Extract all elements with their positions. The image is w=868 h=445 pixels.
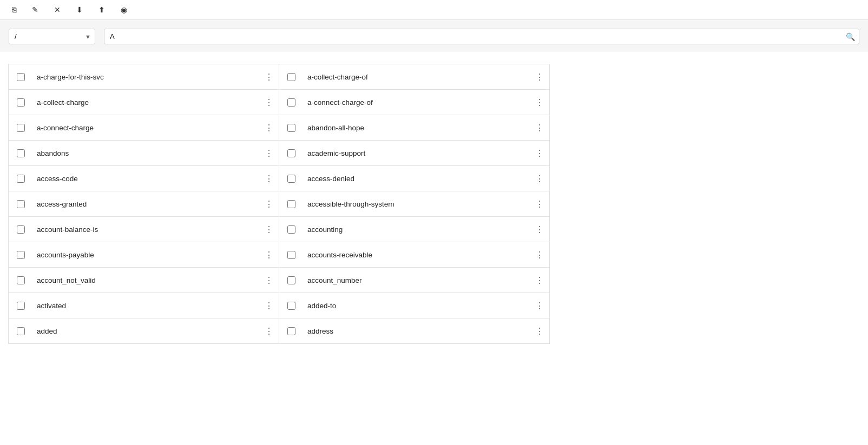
item-checkbox-wrapper [9, 73, 32, 81]
item-label: accessible-through-system [303, 200, 530, 208]
item-checkbox-wrapper [9, 200, 32, 208]
item-label: academic-support [303, 149, 530, 157]
item-checkbox[interactable] [287, 98, 295, 107]
list-item: abandon-all-hope ⋮ [279, 115, 550, 141]
search-wrapper: 🔍 [104, 29, 859, 44]
item-label: accounts-payable [32, 251, 259, 259]
item-checkbox[interactable] [17, 327, 25, 335]
listen-button[interactable]: ◉ [115, 3, 135, 16]
download-button[interactable]: ⬇ [71, 3, 91, 16]
item-checkbox[interactable] [287, 327, 295, 335]
list-item: a-connect-charge ⋮ [8, 115, 279, 141]
item-label: a-collect-charge [32, 98, 259, 107]
item-label: address [303, 327, 530, 335]
item-label: activated [32, 302, 259, 310]
item-checkbox[interactable] [17, 200, 25, 208]
item-label: abandons [32, 149, 259, 157]
item-menu-button[interactable]: ⋮ [530, 268, 549, 293]
item-label: accounts-receivable [303, 251, 530, 259]
delete-button[interactable]: ✕ [49, 3, 69, 16]
item-checkbox[interactable] [17, 149, 25, 157]
list-item: activated ⋮ [8, 293, 279, 318]
item-menu-button[interactable]: ⋮ [259, 115, 279, 140]
item-label: accounting [303, 225, 530, 234]
list-item: account_number ⋮ [279, 267, 550, 293]
item-label: a-collect-charge-of [303, 73, 530, 81]
item-checkbox[interactable] [287, 175, 295, 183]
list-item: a-collect-charge-of ⋮ [279, 64, 550, 90]
upload-icon: ⬆ [98, 5, 105, 14]
item-menu-button[interactable]: ⋮ [259, 166, 279, 191]
item-checkbox-wrapper [279, 251, 303, 259]
directory-filter-group: / ▼ [9, 26, 95, 44]
item-menu-button[interactable]: ⋮ [259, 64, 279, 89]
item-menu-button[interactable]: ⋮ [259, 217, 279, 242]
item-checkbox[interactable] [287, 200, 295, 208]
item-menu-button[interactable]: ⋮ [259, 141, 279, 165]
item-checkbox-wrapper [279, 327, 303, 335]
item-checkbox[interactable] [287, 276, 295, 284]
convert-button[interactable]: ⎘ [6, 3, 24, 16]
upload-button[interactable]: ⬆ [93, 3, 113, 16]
item-checkbox-wrapper [9, 98, 32, 107]
list-item: academic-support ⋮ [279, 140, 550, 166]
item-checkbox-wrapper [279, 98, 303, 107]
item-checkbox[interactable] [287, 302, 295, 310]
item-menu-button[interactable]: ⋮ [530, 318, 549, 343]
item-checkbox[interactable] [287, 251, 295, 259]
item-checkbox[interactable] [17, 302, 25, 310]
download-icon: ⬇ [76, 5, 83, 14]
rename-button[interactable]: ✎ [27, 3, 47, 16]
item-checkbox[interactable] [17, 225, 25, 234]
item-checkbox[interactable] [287, 73, 295, 81]
list-item: account-balance-is ⋮ [8, 216, 279, 242]
item-label: account-balance-is [32, 225, 259, 234]
item-menu-button[interactable]: ⋮ [530, 64, 549, 89]
item-checkbox[interactable] [287, 225, 295, 234]
search-input[interactable] [104, 29, 859, 44]
item-label: added-to [303, 302, 530, 310]
list-item: access-code ⋮ [8, 165, 279, 191]
item-label: access-code [32, 175, 259, 183]
main-content: a-charge-for-this-svc ⋮ a-collect-charge… [0, 51, 868, 357]
item-checkbox[interactable] [17, 124, 25, 132]
item-checkbox-wrapper [279, 225, 303, 234]
item-menu-button[interactable]: ⋮ [259, 242, 279, 267]
item-label: a-connect-charge-of [303, 98, 530, 107]
item-menu-button[interactable]: ⋮ [259, 191, 279, 216]
item-checkbox[interactable] [17, 175, 25, 183]
item-menu-button[interactable]: ⋮ [259, 318, 279, 343]
item-checkbox-wrapper [9, 149, 32, 157]
item-checkbox-wrapper [9, 175, 32, 183]
item-menu-button[interactable]: ⋮ [259, 293, 279, 318]
items-grid: a-charge-for-this-svc ⋮ a-collect-charge… [9, 64, 550, 344]
item-checkbox[interactable] [287, 124, 295, 132]
item-checkbox[interactable] [17, 98, 25, 107]
directory-select[interactable]: / [9, 29, 95, 44]
item-label: added [32, 327, 259, 335]
list-item: accounting ⋮ [279, 216, 550, 242]
item-menu-button[interactable]: ⋮ [530, 115, 549, 140]
item-checkbox[interactable] [17, 251, 25, 259]
item-checkbox-wrapper [279, 124, 303, 132]
list-item: abandons ⋮ [8, 140, 279, 166]
item-label: access-denied [303, 175, 530, 183]
item-menu-button[interactable]: ⋮ [530, 242, 549, 267]
item-menu-button[interactable]: ⋮ [530, 293, 549, 318]
item-checkbox[interactable] [287, 149, 295, 157]
item-menu-button[interactable]: ⋮ [259, 268, 279, 293]
item-menu-button[interactable]: ⋮ [530, 90, 549, 115]
list-item: a-collect-charge ⋮ [8, 89, 279, 115]
item-checkbox[interactable] [17, 73, 25, 81]
item-menu-button[interactable]: ⋮ [530, 166, 549, 191]
list-item: account_not_valid ⋮ [8, 267, 279, 293]
item-checkbox[interactable] [17, 276, 25, 284]
item-checkbox-wrapper [9, 124, 32, 132]
list-item: accounts-payable ⋮ [8, 242, 279, 268]
filters-bar: / ▼ 🔍 [0, 20, 868, 51]
item-menu-button[interactable]: ⋮ [530, 141, 549, 165]
item-menu-button[interactable]: ⋮ [530, 191, 549, 216]
item-menu-button[interactable]: ⋮ [530, 217, 549, 242]
list-item: address ⋮ [279, 318, 550, 344]
item-menu-button[interactable]: ⋮ [259, 90, 279, 115]
